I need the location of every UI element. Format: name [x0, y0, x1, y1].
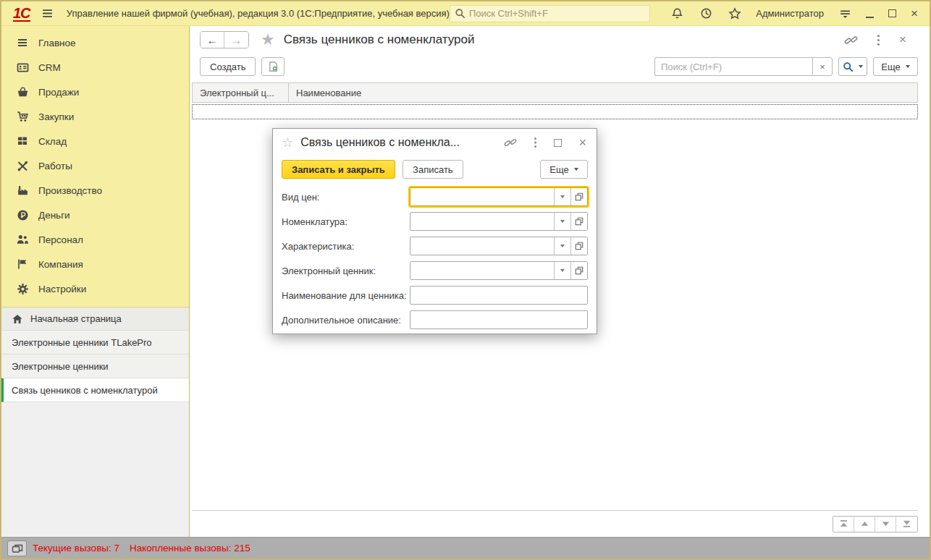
performance-indicators-button[interactable] [7, 540, 27, 556]
tab-price-tag-links-active[interactable]: Связь ценников с номенклатурой [1, 378, 189, 402]
field-label: Наименование для ценника: [282, 290, 410, 301]
field-label: Номенклатура: [282, 216, 410, 227]
sidebar-item-label: Компания [38, 259, 83, 270]
home-icon [12, 313, 24, 325]
history-icon[interactable] [698, 6, 714, 22]
maximize-icon[interactable] [888, 9, 896, 17]
electronic-tag-input[interactable] [410, 262, 554, 279]
dialog-maximize-icon[interactable] [554, 139, 562, 147]
main-menu-icon[interactable] [41, 6, 55, 22]
characteristic-combo [410, 237, 588, 255]
more-menu-dots-icon[interactable] [534, 137, 537, 148]
list-more-button[interactable]: Еще [873, 57, 918, 76]
search-icon [455, 8, 466, 19]
list-search-input[interactable] [654, 57, 812, 76]
sidebar-item-label: Работы [38, 161, 72, 171]
ruble-coin-icon [16, 208, 29, 221]
nomenclature-combo [410, 212, 588, 231]
service-menu-icon[interactable] [837, 6, 853, 22]
sidebar-item-label: Персонал [38, 234, 83, 245]
open-button[interactable] [570, 262, 587, 279]
nomenclature-input[interactable] [410, 213, 554, 230]
get-link-icon[interactable] [504, 136, 517, 149]
dialog-fields: Вид цен: Номенклатура: [273, 182, 597, 334]
create-button[interactable]: Создать [200, 57, 256, 76]
favorite-star-outline-icon[interactable]: ☆ [282, 135, 293, 150]
titlebar: 1С Управление нашей фирмой (учебная), ре… [1, 1, 930, 26]
sidebar-item-nastroyki[interactable]: Настройки [1, 276, 189, 301]
tab-electronic-price-tags[interactable]: Электронные ценники [1, 355, 189, 378]
sidebar-item-dengi[interactable]: Деньги [1, 203, 189, 227]
additional-description-input[interactable] [410, 310, 588, 329]
field-label: Характеристика: [282, 241, 410, 252]
sidebar-item-glavnoe[interactable]: Главное [1, 30, 189, 55]
dropdown-button[interactable] [554, 262, 570, 279]
sidebar-item-zakupki[interactable]: Закупки [1, 104, 189, 129]
go-last-icon[interactable] [896, 517, 917, 532]
tab-home-page[interactable]: Начальная страница [1, 307, 189, 331]
notifications-bell-icon[interactable] [669, 6, 685, 22]
global-search-input[interactable] [469, 8, 645, 19]
flag-icon [16, 258, 29, 271]
add-favorite-star-icon[interactable]: ★ [261, 30, 275, 49]
price-kind-input[interactable] [410, 188, 554, 205]
menu-icon [16, 36, 29, 49]
app-title: Управление нашей фирмой (учебная), редак… [67, 8, 450, 19]
get-link-icon[interactable] [844, 33, 858, 47]
copy-document-icon [268, 61, 279, 72]
characteristic-input[interactable] [410, 237, 554, 255]
sections-panel: Главное CRM Продажи Закупки Склад [1, 26, 189, 307]
save-and-close-button[interactable]: Записать и закрыть [282, 160, 395, 179]
current-user[interactable]: Администратор [756, 8, 824, 19]
more-menu-dots-icon[interactable] [877, 34, 880, 46]
favorites-star-icon[interactable] [727, 6, 743, 22]
go-down-icon[interactable] [875, 517, 896, 532]
sidebar-item-sklad[interactable]: Склад [1, 129, 189, 153]
tab-electronic-price-tags-tlakepro[interactable]: Электронные ценники TLakePro [1, 331, 189, 355]
chevron-down-icon [560, 220, 565, 223]
sidebar-item-label: Склад [38, 136, 67, 147]
field-row: Дополнительное описание: [282, 310, 588, 329]
sidebar-item-label: Настройки [38, 284, 86, 294]
save-button[interactable]: Записать [403, 160, 463, 179]
window-close-icon[interactable]: × [911, 9, 918, 17]
sidebar-item-kompaniya[interactable]: Компания [1, 252, 189, 276]
dropdown-button[interactable] [554, 213, 570, 230]
global-search[interactable] [450, 5, 650, 22]
tab-label: Электронные ценники TLakePro [12, 337, 152, 348]
column-name[interactable]: Наименование [289, 83, 368, 102]
sidebar-item-raboty[interactable]: Работы [1, 153, 189, 178]
clear-search-button[interactable]: × [812, 57, 833, 76]
search-options-button[interactable] [838, 57, 867, 76]
dialog-close-icon[interactable]: × [578, 135, 586, 150]
dialog-more-button[interactable]: Еще [540, 160, 588, 179]
factory-icon [16, 184, 29, 197]
main-content: ← → ★ Связь ценников с номенклатурой × [190, 26, 930, 537]
back-button[interactable]: ← [201, 32, 224, 48]
sidebar-item-personal[interactable]: Персонал [1, 227, 189, 252]
current-calls: Текущие вызовы: 7 [33, 543, 119, 553]
sidebar-item-proizvodstvo[interactable]: Производство [1, 178, 189, 203]
sidebar-item-prodazhi[interactable]: Продажи [1, 80, 189, 104]
dropdown-button[interactable] [554, 237, 570, 255]
column-electronic-tag[interactable]: Электронный ц... [193, 83, 289, 102]
field-row: Номенклатура: [282, 212, 588, 231]
more-label: Еще [881, 61, 900, 72]
tag-name-input[interactable] [410, 286, 588, 305]
sidebar-empty-area [1, 402, 189, 537]
open-button[interactable] [570, 237, 587, 255]
page-title: Связь ценников с номенклатурой [284, 33, 475, 47]
sidebar-item-crm[interactable]: CRM [1, 55, 189, 80]
copy-button[interactable] [261, 57, 285, 76]
open-button[interactable] [570, 188, 587, 205]
forward-button[interactable]: → [224, 32, 248, 48]
go-up-icon[interactable] [854, 517, 875, 532]
tab-label: Связь ценников с номенклатурой [12, 385, 158, 396]
minimize-icon[interactable] [866, 17, 874, 18]
boxes-icon [16, 135, 29, 148]
form-close-icon[interactable]: × [899, 33, 906, 47]
dialog-title: Связь ценников с номенкла... [300, 136, 460, 149]
go-first-icon[interactable] [833, 517, 854, 532]
dropdown-button[interactable] [554, 188, 570, 205]
open-button[interactable] [570, 213, 587, 230]
